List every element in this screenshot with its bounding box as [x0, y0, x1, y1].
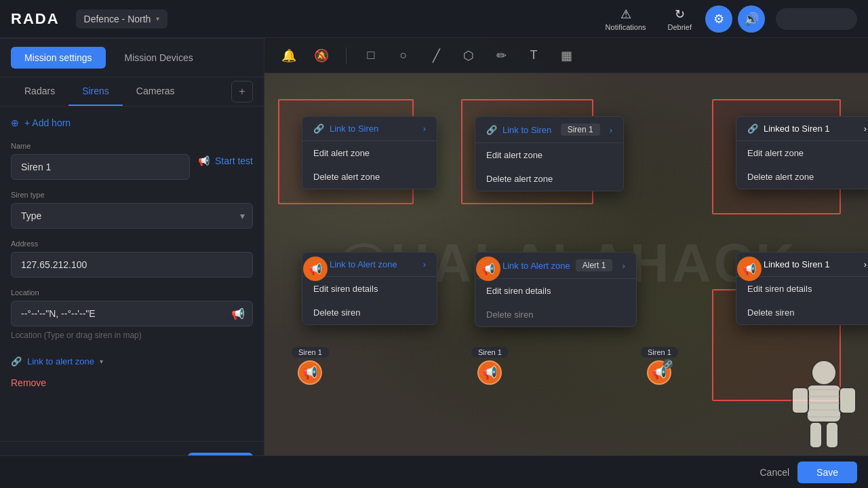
polygon-tool-icon[interactable]: ⬡: [458, 45, 479, 67]
map-siren-2[interactable]: Siren 1 📢: [471, 347, 509, 385]
link-icon: 🔗: [313, 124, 324, 134]
toolbar: 🔔 🔕 □ ○ ╱ ⬡ ✏ T ▦: [264, 38, 868, 73]
siren-badge-group: Siren 1 ›: [561, 124, 612, 136]
org-selector[interactable]: Defence - North ▾: [76, 10, 168, 29]
notifications-nav[interactable]: ⚠ Notifications: [597, 4, 654, 34]
ctx-delete-siren-4[interactable]: Delete siren: [302, 301, 437, 324]
debrief-label: Debrief: [668, 23, 692, 31]
map-siren-1[interactable]: Siren 1 📢: [292, 347, 329, 385]
start-test-label: Start test: [215, 155, 253, 166]
remove-link[interactable]: Remove: [11, 377, 46, 388]
map-siren-3[interactable]: Siren 1 📢: [641, 347, 678, 385]
sub-tab-radars[interactable]: Radars: [11, 77, 68, 106]
chevron-down-icon: ▾: [100, 358, 103, 365]
siren-type-select[interactable]: Type: [11, 203, 253, 229]
chevron-right-icon-6: ›: [864, 259, 867, 269]
linked-to-siren-label-3: Linked to Siren 1: [764, 124, 830, 134]
link-alert-zone-button[interactable]: 🔗 Link to alert zone ▾: [11, 351, 253, 372]
bell-off-icon[interactable]: 🔕: [311, 45, 332, 67]
pen-tool-icon[interactable]: ✏: [490, 45, 512, 67]
name-input[interactable]: [11, 154, 190, 180]
circle-tool-icon[interactable]: ○: [393, 45, 414, 67]
cancel-button[interactable]: Cancel: [760, 467, 789, 478]
location-input-wrapper: 📢: [11, 301, 253, 326]
location-input[interactable]: [11, 301, 253, 326]
siren-icon-3[interactable]: 📢: [647, 360, 671, 385]
chain-icon-3: 🔗: [747, 124, 758, 134]
ctx-delete-siren-5[interactable]: Delete siren: [475, 303, 636, 326]
start-test-button[interactable]: 📢 Start test: [198, 155, 253, 166]
chevron-right-icon-4: ›: [423, 259, 426, 269]
siren-type-label: Siren type: [11, 191, 253, 199]
tab-mission-devices[interactable]: Mission Devices: [111, 47, 207, 69]
ctx-edit-siren-6[interactable]: Edit siren details: [736, 277, 868, 301]
location-hint: Location (Type or drag siren in map): [11, 331, 253, 340]
line-tool-icon[interactable]: ╱: [425, 45, 447, 67]
address-group: Address: [11, 240, 253, 278]
link-to-alert-label-4: Link to Alert zone: [330, 259, 397, 269]
settings-button[interactable]: ⚙: [705, 5, 732, 33]
megaphone-icon[interactable]: 📢: [231, 307, 245, 320]
linked-to-siren-label-6: Linked to Siren 1: [764, 259, 830, 269]
map-background: @HALALAHACK 🔔 🔕 □ ○ ╱ ⬡ ✏ T ▦ Siren 1 📢 …: [264, 38, 868, 488]
debrief-nav[interactable]: ↻ Debrief: [660, 4, 700, 34]
sub-tab-sirens[interactable]: Sirens: [68, 77, 123, 106]
logo: RADA: [11, 10, 60, 28]
audio-button[interactable]: 🔊: [738, 5, 765, 33]
siren-icon-1[interactable]: 📢: [298, 360, 322, 385]
ctx-link-siren-2[interactable]: 🔗 Link to Siren Siren 1 ›: [475, 117, 623, 143]
ctx-delete-alert-2[interactable]: Delete alert zone: [475, 167, 623, 191]
siren-icon-2[interactable]: 📢: [477, 360, 502, 385]
address-input[interactable]: [11, 252, 253, 278]
link-icon: 🔗: [11, 356, 22, 367]
ctx-edit-siren-4[interactable]: Edit siren details: [302, 277, 437, 301]
ctx-linked-siren-3[interactable]: 🔗 Linked to Siren 1 ›: [736, 117, 868, 141]
ctx-delete-siren-6[interactable]: Delete siren: [736, 301, 868, 324]
context-menu-2: 🔗 Link to Siren Siren 1 › Edit alert zon…: [475, 116, 624, 191]
text-tool-icon[interactable]: T: [523, 45, 545, 67]
map-area[interactable]: @HALALAHACK 🔔 🔕 □ ○ ╱ ⬡ ✏ T ▦ Siren 1 📢 …: [264, 38, 868, 488]
siren-1-badge: Siren 1: [561, 124, 600, 136]
plus-icon: ⊕: [11, 117, 19, 128]
ctx-edit-alert-1[interactable]: Edit alert zone: [302, 141, 437, 165]
speaker-icon: 📢: [198, 155, 210, 166]
siren-label-3: Siren 1: [641, 347, 678, 358]
ctx-delete-alert-3[interactable]: Delete alert zone: [736, 165, 868, 189]
save-button-bottom[interactable]: Save: [797, 462, 857, 483]
siren-label-1: Siren 1: [292, 347, 329, 358]
grid-tool-icon[interactable]: ▦: [555, 45, 577, 67]
ctx-delete-alert-1[interactable]: Delete alert zone: [302, 165, 437, 189]
sub-tab-cameras[interactable]: Cameras: [123, 77, 189, 106]
add-tab-button[interactable]: +: [231, 81, 253, 102]
chevron-right-icon-2: ›: [610, 125, 612, 135]
link-submenu-1: 🔗 Link to Siren: [313, 124, 378, 134]
ctx-edit-alert-3[interactable]: Edit alert zone: [736, 141, 868, 165]
link-to-alert-label-5: Link to Alert zone: [502, 261, 570, 271]
siren-type-group: Siren type Type ▾: [11, 191, 253, 229]
logo-text: RADA: [11, 10, 60, 28]
ctx-link-siren-1[interactable]: 🔗 Link to Siren ›: [302, 117, 437, 141]
svg-point-0: [812, 360, 836, 385]
ctx-edit-alert-2[interactable]: Edit alert zone: [475, 143, 623, 167]
chevron-right-icon: ›: [423, 124, 426, 134]
siren-badge-icon-5: 📢: [476, 257, 500, 281]
tab-mission-settings[interactable]: Mission settings: [11, 47, 106, 69]
bell-icon[interactable]: 🔔: [278, 45, 300, 67]
debrief-icon: ↻: [675, 7, 685, 22]
chevron-down-icon: ▾: [240, 210, 245, 221]
siren-label-2: Siren 1: [471, 347, 509, 358]
rectangle-tool-icon[interactable]: □: [360, 45, 382, 67]
svg-rect-2: [792, 388, 808, 413]
location-label: Location: [11, 288, 253, 297]
user-avatar: [776, 8, 857, 30]
siren-badge-icon-6: 📢: [737, 257, 762, 281]
add-horn-button[interactable]: ⊕ + Add horn: [11, 117, 253, 128]
notifications-icon: ⚠: [620, 7, 631, 22]
name-field-group: Name: [11, 142, 190, 180]
link-submenu-2: 🔗 Link to Siren: [486, 125, 551, 135]
ctx-edit-siren-5[interactable]: Edit siren details: [475, 279, 636, 303]
org-name: Defence - North: [84, 14, 151, 24]
svg-rect-3: [840, 388, 856, 413]
header: RADA Defence - North ▾ ⚠ Notifications ↻…: [0, 0, 868, 38]
siren-type-wrapper: Type ▾: [11, 203, 253, 229]
